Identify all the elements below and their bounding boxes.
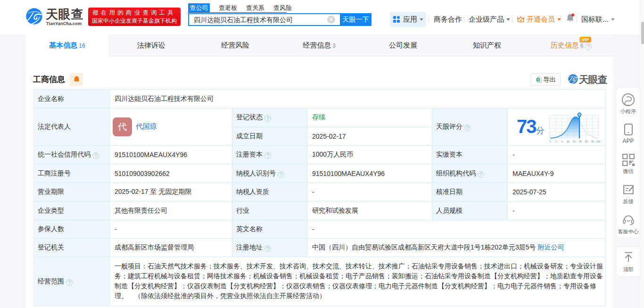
svg-text:99: 99 (591, 140, 594, 143)
svg-text:3: 3 (561, 140, 562, 143)
svg-text:100: 100 (596, 140, 600, 143)
svg-text:97: 97 (585, 140, 588, 143)
svg-text:1: 1 (555, 140, 556, 143)
svg-text:0: 0 (549, 140, 551, 143)
svg-text:50: 50 (573, 140, 576, 143)
svg-text:15: 15 (567, 140, 570, 143)
svg-text:85: 85 (579, 140, 582, 143)
